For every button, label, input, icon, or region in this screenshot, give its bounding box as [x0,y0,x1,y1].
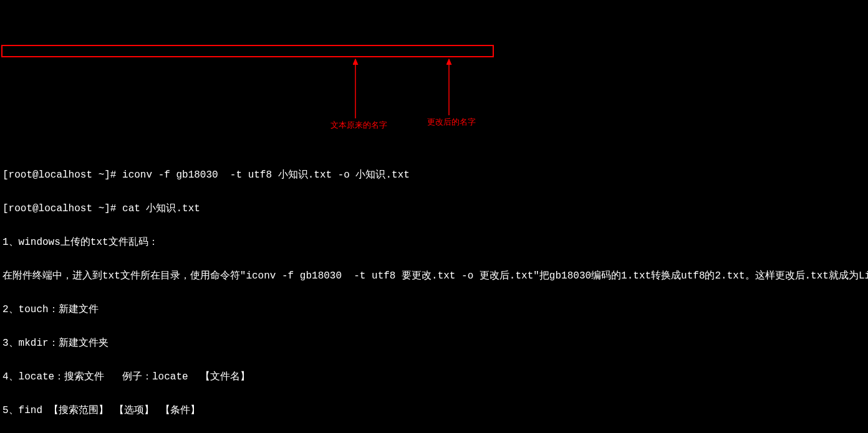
terminal-line: 2、touch：新建文件 [2,304,866,315]
terminal-line: 3、mkdir：新建文件夹 [2,338,866,349]
terminal-line: 1、windows上传的txt文件乱码： [2,237,866,248]
terminal-line: 在附件终端中，进入到txt文件所在目录，使用命令符"iconv -f gb180… [2,270,866,282]
prompt-text: [root@localhost ~]# [2,203,122,214]
highlight-rectangle [1,45,494,57]
annotation-modified-name: 更改后的名字 [427,117,476,128]
terminal-output[interactable]: 文本原来的名字 更改后的名字 [root@localhost ~]# iconv… [0,45,868,433]
prompt-text: [root@localhost ~]# [2,169,122,181]
arrow-1 [340,56,365,121]
terminal-line: 4、locate：搜索文件 例子：locate 【文件名】 [2,371,866,383]
annotation-original-name: 文本原来的名字 [330,120,387,131]
terminal-line: 5、find 【搜索范围】 【选项】 【条件】 [2,405,866,416]
command-text: cat 小知识.txt [122,203,200,214]
command-text: iconv -f gb18030 -t utf8 小知识.txt -o 小知识.… [122,169,410,181]
arrow-2 [433,56,458,118]
terminal-line-prompt-1: [root@localhost ~]# iconv -f gb18030 -t … [2,169,866,181]
terminal-line-prompt-2: [root@localhost ~]# cat 小知识.txt [2,203,866,214]
